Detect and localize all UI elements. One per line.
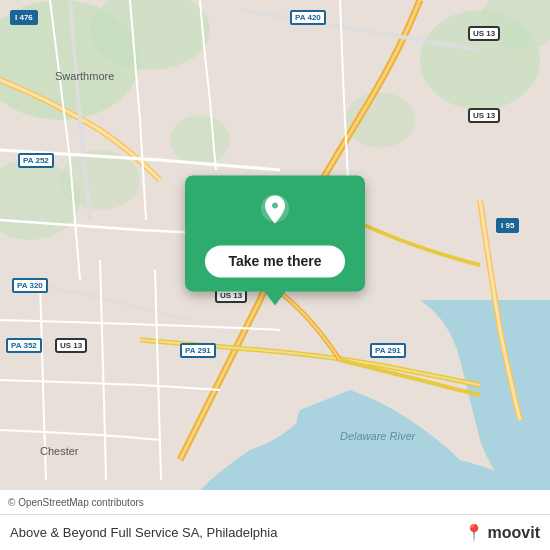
shield-us13-top-right: US 13 (468, 28, 500, 38)
shield-i476: I 476 (10, 12, 38, 22)
shield-i95: I 95 (496, 220, 519, 230)
info-bar: Above & Beyond Full Service SA, Philadel… (0, 514, 550, 550)
swarthmore-label: Swarthmore (55, 70, 114, 82)
popup-tail (263, 289, 287, 305)
shield-us13-center: US 13 (215, 290, 247, 300)
business-name: Above & Beyond Full Service SA (10, 525, 199, 540)
shield-pa352: PA 352 (6, 340, 42, 350)
shield-pa420: PA 420 (290, 12, 326, 22)
business-city: Philadelphia (207, 525, 278, 540)
location-pin-icon (253, 191, 297, 235)
attribution-text: © OpenStreetMap contributors (8, 497, 542, 508)
attribution-bar: © OpenStreetMap contributors (0, 490, 550, 514)
shield-pa252: PA 252 (18, 155, 54, 165)
delaware-river-label: Delaware River (340, 430, 415, 442)
shield-pa291-left: PA 291 (180, 345, 216, 355)
moovit-brand-text: moovit (488, 524, 540, 542)
take-me-there-button[interactable]: Take me there (205, 245, 345, 277)
shield-us13-right: US 13 (468, 110, 500, 120)
location-popup: Take me there (185, 175, 365, 291)
business-info: Above & Beyond Full Service SA, Philadel… (10, 525, 458, 540)
shield-pa291-right: PA 291 (370, 345, 406, 355)
shield-pa320: PA 320 (12, 280, 48, 290)
map-container: Swarthmore Chester Delaware River I 476 … (0, 0, 550, 490)
moovit-logo: 📍 moovit (464, 523, 540, 542)
chester-label: Chester (40, 445, 79, 457)
svg-point-7 (170, 115, 230, 165)
moovit-pin-icon: 📍 (464, 523, 484, 542)
shield-us13-lower-left: US 13 (55, 340, 87, 350)
